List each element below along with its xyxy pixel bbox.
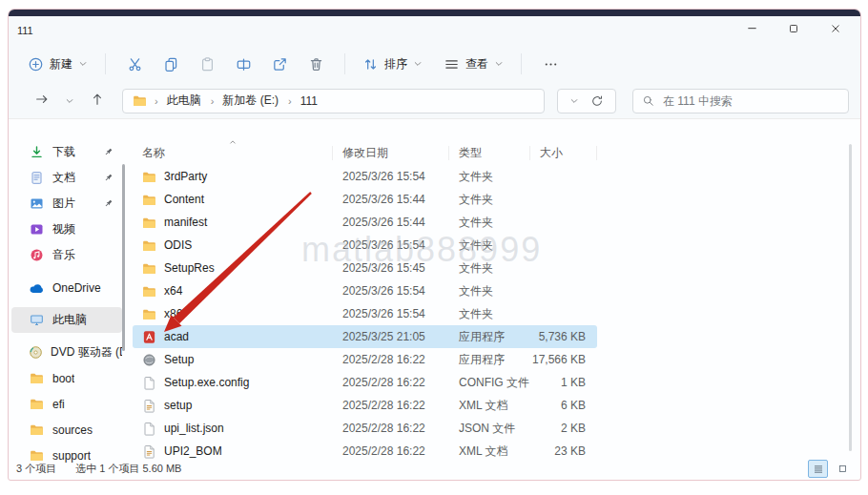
sidebar-item[interactable]: 文档 [11,165,122,191]
breadcrumb-separator: › [155,95,158,107]
breadcrumb-item[interactable]: › 此电脑 [152,93,204,109]
date-modified-cell: 2025/2/28 16:22 [333,376,449,389]
file-name-cell: x86 [133,306,333,321]
refresh-button[interactable] [590,94,604,108]
file-type-icon [141,169,156,184]
close-button[interactable] [815,17,857,43]
header-type[interactable]: 类型 [449,146,530,160]
file-name: UPI2_BOM [164,444,222,458]
sort-ascending-caret-icon [228,136,238,150]
type-cell: 文件夹 [449,215,530,231]
minimize-icon [745,21,759,39]
table-row[interactable]: ODIS 2025/3/26 15:54 文件夹 [133,234,597,257]
type-cell: 文件夹 [449,283,530,299]
file-name-cell: 3rdParty [133,169,333,184]
file-type-icon [141,443,156,459]
sidebar-item[interactable]: 音乐 [11,242,122,268]
table-row[interactable]: x86 2025/3/26 15:54 文件夹 [133,302,597,325]
breadcrumb-item[interactable]: › 111 [285,94,320,108]
pin-icon [103,147,114,160]
date-modified-cell: 2025/2/28 16:22 [333,353,449,366]
file-name: x86 [164,307,182,320]
cut-button[interactable] [116,52,153,77]
file-name-cell: Content [133,192,333,207]
file-type-icon [141,398,156,413]
file-name-cell: manifest [133,215,333,230]
share-button[interactable] [261,52,298,77]
maximize-button[interactable] [773,17,815,43]
search-box[interactable] [632,89,849,113]
delete-button[interactable] [298,52,334,77]
large-icons-view-button[interactable] [833,460,853,478]
more-options-button[interactable] [532,52,568,77]
new-button[interactable]: 新建 [21,52,94,77]
window-title: 111 [17,25,33,36]
table-row[interactable]: 3rdParty 2025/3/26 15:54 文件夹 [133,165,597,188]
file-name: 3rdParty [164,170,207,183]
sidebar-item-label: 视频 [52,221,75,237]
date-modified-cell: 2025/3/25 21:05 [333,330,449,343]
breadcrumb[interactable]: › 此电脑 › 新加卷 (E:) › 111 [122,89,545,113]
table-row[interactable]: upi_list.json 2025/2/28 16:22 JSON 文件 2 … [133,417,597,440]
pin-icon [103,198,114,212]
file-name-cell: setup [133,398,333,413]
sidebar-item[interactable]: 视频 [11,217,122,242]
file-type-icon [141,283,156,299]
sidebar-item-icon [29,145,45,160]
header-size[interactable]: 大小 [530,146,597,160]
sidebar-item[interactable]: 图片 [11,191,122,217]
sort-arrows-icon [362,56,379,72]
sidebar-scrollbar[interactable] [122,164,125,351]
date-modified-cell: 2025/3/26 15:54 [333,238,449,252]
icons-view-icon [837,464,848,474]
sort-button[interactable]: 排序 [356,52,429,77]
file-name-cell: ODIS [133,237,333,253]
size-cell: 1 KB [530,376,597,389]
list-scrollbar[interactable] [849,144,852,451]
table-row[interactable]: manifest 2025/3/26 15:44 文件夹 [133,211,597,234]
chevron-down-icon [78,59,88,69]
pin-icon [103,173,114,186]
chevron-down-icon [494,59,504,69]
address-chevron-button[interactable] [569,96,579,106]
forward-button[interactable] [31,92,52,111]
table-row[interactable]: Content 2025/3/26 15:44 文件夹 [133,188,597,211]
up-button[interactable] [87,92,108,111]
view-button-label: 查看 [465,56,488,72]
breadcrumb-item[interactable]: › 新加卷 (E:) [208,93,281,109]
sidebar-item[interactable]: sources [11,417,122,443]
share-icon [272,56,288,72]
sidebar-item-label: OneDrive [52,281,101,295]
table-row[interactable]: Setup 2025/2/28 16:22 应用程序 17,566 KB [133,348,597,371]
minimize-button[interactable] [731,17,773,43]
table-row[interactable]: acad 2025/3/25 21:05 应用程序 5,736 KB [133,325,597,348]
view-button[interactable]: 查看 [437,52,510,77]
table-row[interactable]: SetupRes 2025/3/26 15:45 文件夹 [133,257,597,279]
sidebar-item[interactable]: boot [11,365,122,391]
size-cell: 23 KB [530,444,597,458]
table-row[interactable]: x64 2025/3/26 15:54 文件夹 [133,279,597,302]
sidebar-item[interactable]: 此电脑 [11,307,122,333]
list-header: 名称 修改日期 类型 大小 [133,142,853,163]
sidebar-item[interactable]: DVD 驱动器 (D:) [11,340,122,365]
header-date-modified[interactable]: 修改日期 [333,146,449,160]
copy-icon [163,56,179,72]
date-modified-cell: 2025/2/28 16:22 [333,422,449,435]
search-input[interactable] [661,93,839,109]
sidebar-item-icon [29,423,45,438]
table-row[interactable]: Setup.exe.config 2025/2/28 16:22 CONFIG … [133,371,597,394]
rename-button[interactable] [225,52,261,77]
address-actions [557,89,616,113]
sidebar-item-icon [29,280,45,296]
sidebar-item[interactable]: OneDrive [11,275,122,300]
sidebar-item[interactable]: efi [11,391,122,417]
recent-locations-button[interactable] [59,93,80,110]
maximize-icon [787,22,800,39]
sidebar-item-icon [29,345,43,361]
details-view-button[interactable] [808,460,828,478]
sidebar-item[interactable]: 下载 [11,139,122,165]
sidebar-item-label: efi [52,398,65,411]
table-row[interactable]: setup 2025/2/28 16:22 XML 文档 6 KB [133,394,597,417]
copy-button[interactable] [153,52,189,77]
paste-button[interactable] [189,52,225,77]
